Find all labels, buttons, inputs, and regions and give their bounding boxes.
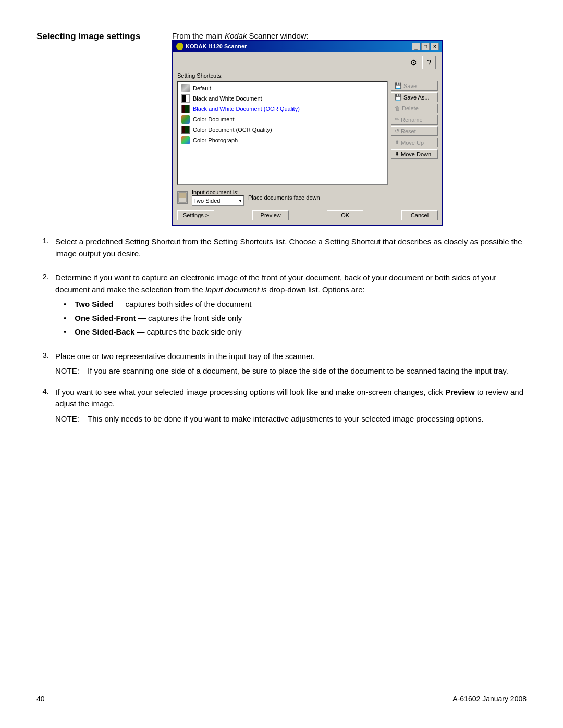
section-title: Selecting Image settings (36, 31, 162, 42)
window-icon (176, 43, 183, 50)
step-4-para: If you want to see what your selected im… (55, 387, 527, 410)
restore-button[interactable]: □ (421, 43, 430, 50)
preview-button[interactable]: Preview (252, 210, 289, 220)
bullet-one-sided-back-text: One Sided-Back — captures the back side … (75, 326, 241, 338)
step-2-bullets: Two Sided — captures both sides of the d… (55, 299, 527, 338)
footer-page-number: 40 (36, 695, 45, 703)
save-as-label: Save As... (403, 94, 430, 101)
save-icon: 💾 (395, 82, 402, 89)
svg-rect-1 (179, 193, 186, 198)
step-3-text: Place one or two representative document… (55, 351, 527, 363)
shortcut-label-color-ocr: Color Document (OCR Quality) (193, 127, 272, 133)
window-title: KODAK i1120 Scanner (186, 43, 247, 50)
rename-label: Rename (401, 117, 423, 123)
step-4-intro: If you want to see what your selected im… (55, 388, 445, 397)
bullet-one-sided-front: One Sided-Front — captures the front sid… (64, 313, 527, 325)
side-buttons: 💾 Save 💾 Save As... 🗑 Delete (391, 81, 438, 185)
shortcut-label-color-doc: Color Document (193, 116, 234, 122)
step-2-intro2: drop-down list. Options are: (267, 285, 365, 294)
shortcut-item-color-doc[interactable]: Color Document (179, 114, 386, 125)
scanner-titlebar: KODAK i1120 Scanner _ □ × (173, 41, 442, 52)
bullet-two-sided: Two Sided — captures both sides of the d… (64, 299, 527, 311)
move-down-label: Move Down (401, 151, 431, 157)
input-doc-select[interactable]: Two Sided ▼ (192, 195, 244, 206)
ok-button[interactable]: OK (327, 210, 363, 220)
step-2-para: Determine if you want to capture an elec… (55, 272, 527, 295)
rename-icon: ✏ (395, 116, 399, 123)
step-4-number: 4. (36, 387, 49, 396)
shortcut-icon-bw-ocr (181, 105, 190, 113)
delete-icon: 🗑 (395, 105, 400, 112)
move-up-label: Move Up (401, 140, 424, 146)
titlebar-controls: _ □ × (412, 43, 439, 50)
header-section: Selecting Image settings From the main K… (36, 31, 527, 226)
shortcut-icon-color-photo (181, 136, 190, 144)
header-intro2: Scanner window: (247, 31, 308, 40)
titlebar-title: KODAK i1120 Scanner (176, 43, 247, 50)
scanner-body: ⚙ ? Setting Shortcuts: Default (173, 52, 442, 225)
shortcut-item-default[interactable]: Default (179, 83, 386, 93)
scanner-bottom: Input document is: Two Sided ▼ Place doc… (177, 189, 438, 220)
step-4-bold: Preview (445, 388, 475, 397)
shortcut-label-color-photo: Color Photograph (193, 137, 238, 143)
shortcut-label-bw: Black and White Document (193, 95, 262, 102)
scanner-window: KODAK i1120 Scanner _ □ × ⚙ ? (172, 40, 443, 226)
input-doc-label-text: Input document is: (192, 189, 239, 195)
input-doc-icon (177, 191, 188, 204)
step-3-note-label: NOTE: (55, 365, 81, 377)
bullet-one-sided-back: One Sided-Back — captures the back side … (64, 326, 527, 338)
action-buttons-row: Settings > Preview OK Cancel (177, 210, 438, 220)
move-up-icon: ⬆ (395, 139, 399, 146)
shortcut-icon-bw (181, 94, 190, 103)
step-3-note: NOTE: If you are scanning one side of a … (55, 365, 527, 377)
delete-label: Delete (402, 105, 419, 112)
scanner-icon-settings[interactable]: ⚙ (407, 56, 420, 69)
input-doc-row: Input document is: Two Sided ▼ Place doc… (177, 189, 438, 206)
reset-label: Reset (401, 128, 416, 134)
save-as-button[interactable]: 💾 Save As... (391, 92, 438, 102)
cancel-button[interactable]: Cancel (401, 210, 438, 220)
shortcut-item-color-ocr[interactable]: Color Document (OCR Quality) (179, 125, 386, 135)
step-2-italic: Input document is (205, 285, 267, 294)
footer: 40 A-61602 January 2008 (0, 690, 563, 707)
shortcut-item-bw-ocr[interactable]: Black and White Document (OCR Quality) (179, 104, 386, 114)
step-4-note-label: NOTE: (55, 413, 81, 425)
step-3-content: Place one or two representative document… (55, 351, 527, 377)
step-1: 1. Select a predefined Setting Shortcut … (36, 236, 527, 263)
footer-doc-info: A-61602 January 2008 (452, 695, 527, 703)
shortcut-icon-default (181, 84, 190, 92)
reset-button[interactable]: ↺ Reset (391, 126, 438, 136)
rename-button[interactable]: ✏ Rename (391, 115, 438, 125)
bullet-one-sided-front-text: One Sided-Front — captures the front sid… (75, 313, 242, 325)
shortcut-label-default: Default (193, 85, 211, 91)
move-up-button[interactable]: ⬆ Move Up (391, 138, 438, 147)
scanner-icon-help[interactable]: ? (422, 56, 436, 69)
shortcuts-label: Setting Shortcuts: (177, 72, 438, 79)
shortcuts-list[interactable]: Default Black and White Document Black a… (177, 81, 388, 185)
shortcut-icon-color-doc (181, 115, 190, 124)
step-1-content: Select a predefined Setting Shortcut fro… (55, 236, 527, 263)
header-intro: From the main (172, 31, 225, 40)
save-label: Save (403, 83, 417, 89)
bullet-two-sided-text: Two Sided — captures both sides of the d… (75, 299, 251, 311)
settings-button[interactable]: Settings > (177, 210, 214, 220)
shortcut-item-color-photo[interactable]: Color Photograph (179, 135, 386, 145)
save-as-icon: 💾 (395, 94, 402, 101)
scanner-icons-row: ⚙ ? (177, 56, 438, 69)
step-2: 2. Determine if you want to capture an e… (36, 272, 527, 341)
shortcut-item-bw[interactable]: Black and White Document (179, 93, 386, 104)
input-doc-label: Input document is: Two Sided ▼ (192, 189, 244, 206)
close-button[interactable]: × (431, 43, 439, 50)
move-down-icon: ⬇ (395, 151, 399, 157)
step-2-number: 2. (36, 272, 49, 281)
save-button[interactable]: 💾 Save (391, 81, 438, 91)
step-4: 4. If you want to see what your selected… (36, 387, 527, 425)
minimize-button[interactable]: _ (412, 43, 420, 50)
header-brand: Kodak (225, 31, 247, 40)
delete-button[interactable]: 🗑 Delete (391, 104, 438, 113)
input-doc-value: Two Sided (193, 198, 220, 204)
move-down-button[interactable]: ⬇ Move Down (391, 149, 438, 159)
step-1-number: 1. (36, 236, 49, 245)
select-arrow-icon: ▼ (238, 199, 242, 203)
step-3-number: 3. (36, 351, 49, 360)
